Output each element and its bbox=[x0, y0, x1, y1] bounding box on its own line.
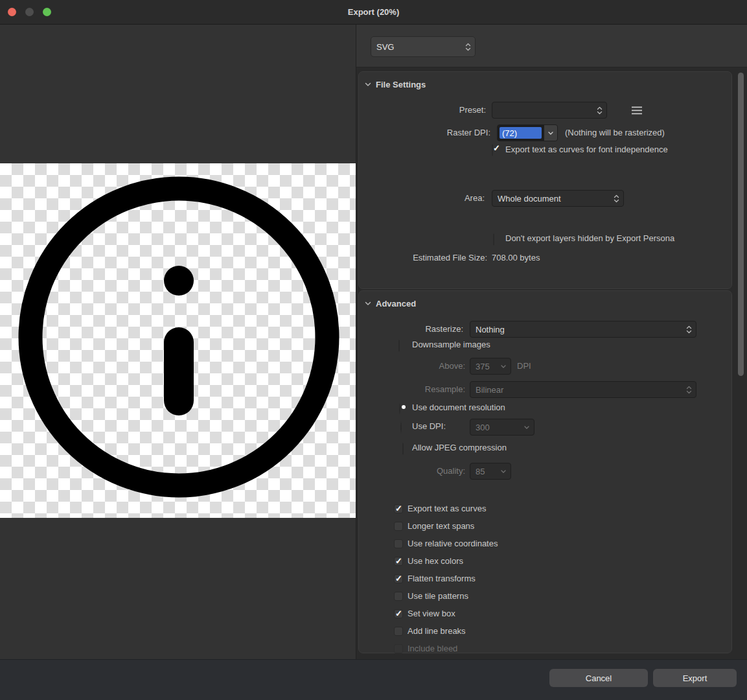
resample-select-value: Bilinear bbox=[476, 385, 503, 395]
preview-pane bbox=[0, 25, 356, 659]
zoom-button[interactable] bbox=[43, 8, 51, 16]
stepper-icon bbox=[686, 386, 692, 394]
raster-dpi-dropdown-button[interactable] bbox=[544, 125, 557, 141]
traffic-lights bbox=[8, 8, 51, 16]
option-label: Export text as curves bbox=[408, 503, 486, 515]
raster-dpi-label: Raster DPI: bbox=[359, 127, 490, 139]
quality-combo[interactable]: 85 bbox=[470, 463, 511, 480]
close-button[interactable] bbox=[8, 8, 16, 16]
resample-label: Resample: bbox=[359, 384, 465, 395]
info-icon-artwork bbox=[0, 163, 356, 518]
advanced-section: Advanced Rasterize: Nothing Downsample i… bbox=[358, 290, 732, 653]
option-label: Use relative coordinates bbox=[408, 538, 498, 550]
format-select[interactable]: SVG bbox=[371, 36, 476, 57]
rasterize-select-value: Nothing bbox=[476, 325, 505, 334]
downsample-checkbox[interactable] bbox=[398, 340, 400, 352]
option-label: Flatten transforms bbox=[408, 573, 476, 585]
option-label: Set view box bbox=[408, 608, 455, 620]
option-checkbox[interactable] bbox=[394, 627, 403, 636]
rasterize-select[interactable]: Nothing bbox=[470, 321, 696, 338]
raster-dpi-value: (72) bbox=[500, 127, 542, 139]
section-title: Advanced bbox=[376, 299, 416, 309]
area-select-value: Whole document bbox=[498, 194, 561, 204]
export-curves-checkbox[interactable] bbox=[492, 144, 493, 156]
svg-option-row[interactable]: Longer text spans bbox=[394, 517, 718, 535]
export-curves-label: Export text as curves for font independe… bbox=[505, 144, 668, 156]
above-label: Above: bbox=[359, 360, 465, 372]
svg-option-row[interactable]: Use hex colors bbox=[394, 552, 718, 570]
use-dpi-radio[interactable] bbox=[400, 421, 402, 434]
raster-dpi-combo[interactable]: (72) bbox=[497, 124, 558, 141]
section-title: File Settings bbox=[376, 80, 426, 89]
option-checkbox[interactable] bbox=[394, 504, 403, 513]
resample-select[interactable]: Bilinear bbox=[470, 381, 696, 398]
use-document-resolution-radio[interactable] bbox=[399, 402, 400, 415]
export-settings-panel: SVG File Settings Preset: bbox=[356, 25, 747, 659]
use-document-resolution-label: Use document resolution bbox=[412, 402, 505, 414]
chevron-down-icon bbox=[501, 470, 506, 473]
export-button[interactable]: Export bbox=[653, 669, 737, 687]
estimated-size-value: 708.00 bytes bbox=[492, 252, 540, 264]
option-checkbox[interactable] bbox=[394, 609, 403, 618]
jpeg-compression-checkbox[interactable] bbox=[402, 443, 404, 455]
chevron-down-icon bbox=[524, 426, 529, 429]
raster-note: (Nothing will be rasterized) bbox=[565, 127, 665, 139]
svg-options-list: Export text as curves Longer text spans … bbox=[394, 500, 718, 657]
svg-option-row[interactable]: Use relative coordinates bbox=[394, 535, 718, 552]
svg-option-row[interactable]: Add line breaks bbox=[394, 622, 718, 640]
above-dpi-value: 375 bbox=[476, 362, 490, 371]
svg-option-row[interactable]: Flatten transforms bbox=[394, 570, 718, 587]
export-dialog: Export (20%) SVG bbox=[0, 0, 747, 700]
stepper-icon bbox=[597, 106, 603, 115]
format-select-value: SVG bbox=[376, 42, 394, 52]
minimize-button[interactable] bbox=[25, 8, 34, 16]
area-select[interactable]: Whole document bbox=[492, 190, 624, 207]
stepper-icon bbox=[465, 43, 471, 51]
option-label: Use tile patterns bbox=[408, 590, 468, 602]
hidden-layers-label: Don't export layers hidden by Export Per… bbox=[505, 233, 674, 244]
svg-option-row[interactable]: Include bleed bbox=[394, 640, 718, 657]
format-strip: SVG bbox=[356, 25, 747, 67]
above-dpi-combo[interactable]: 375 bbox=[470, 358, 511, 375]
option-checkbox[interactable] bbox=[394, 592, 403, 601]
raster-dpi-field[interactable]: (72) bbox=[498, 125, 544, 141]
cancel-button[interactable]: Cancel bbox=[549, 669, 648, 687]
dialog-footer: Cancel Export bbox=[0, 659, 747, 700]
option-checkbox[interactable] bbox=[394, 644, 403, 653]
advanced-header[interactable]: Advanced bbox=[365, 299, 416, 309]
option-label: Use hex colors bbox=[408, 555, 463, 567]
rasterize-label: Rasterize: bbox=[359, 323, 463, 335]
use-dpi-value: 300 bbox=[476, 423, 490, 432]
option-label: Add line breaks bbox=[408, 625, 466, 637]
use-dpi-combo[interactable]: 300 bbox=[470, 419, 534, 436]
scrollbar[interactable] bbox=[738, 73, 744, 376]
option-checkbox[interactable] bbox=[394, 539, 403, 548]
stepper-icon bbox=[686, 325, 692, 334]
svg-option-row[interactable]: Use tile patterns bbox=[394, 587, 718, 605]
use-dpi-label: Use DPI: bbox=[412, 421, 446, 432]
file-settings-section: File Settings Preset: Raster DPI: (72) bbox=[358, 71, 732, 289]
dpi-suffix-label: DPI bbox=[517, 360, 531, 372]
svg-option-row[interactable]: Set view box bbox=[394, 605, 718, 622]
preset-select[interactable] bbox=[492, 102, 607, 119]
downsample-label: Downsample images bbox=[412, 339, 490, 351]
area-label: Area: bbox=[359, 192, 485, 204]
chevron-down-icon bbox=[365, 82, 371, 87]
option-label: Longer text spans bbox=[408, 520, 474, 532]
window-title: Export (20%) bbox=[348, 7, 399, 17]
option-checkbox[interactable] bbox=[394, 574, 403, 583]
option-label: Include bleed bbox=[408, 643, 457, 655]
jpeg-compression-label: Allow JPEG compression bbox=[412, 442, 507, 454]
option-checkbox[interactable] bbox=[394, 557, 403, 566]
quality-value: 85 bbox=[476, 467, 485, 476]
stepper-icon bbox=[614, 194, 619, 203]
option-checkbox[interactable] bbox=[394, 522, 403, 531]
titlebar: Export (20%) bbox=[0, 0, 747, 25]
estimated-size-label: Estimated File Size: bbox=[359, 252, 487, 264]
preset-menu-icon[interactable] bbox=[632, 106, 642, 117]
file-settings-header[interactable]: File Settings bbox=[365, 80, 426, 89]
svg-option-row[interactable]: Export text as curves bbox=[394, 500, 718, 517]
hidden-layers-checkbox[interactable] bbox=[493, 233, 494, 246]
chevron-down-icon bbox=[501, 365, 506, 368]
canvas-checkerboard bbox=[0, 163, 356, 518]
